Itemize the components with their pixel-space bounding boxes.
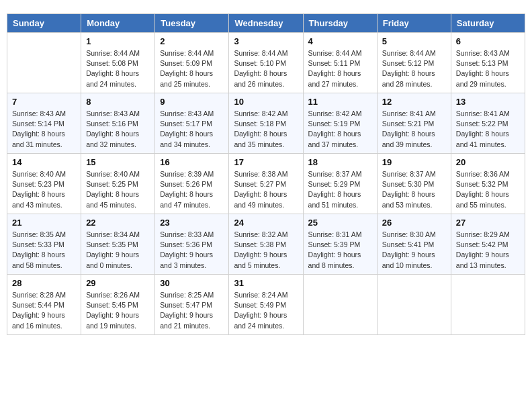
day-number: 4 <box>308 36 372 46</box>
day-number: 25 <box>308 218 372 228</box>
cell-details: Sunrise: 8:25 AMSunset: 5:47 PMDaylight:… <box>160 290 224 331</box>
day-number: 1 <box>86 36 150 46</box>
column-header-monday: Monday <box>81 14 155 33</box>
calendar-cell: 17Sunrise: 8:38 AMSunset: 5:27 PMDayligh… <box>229 154 303 214</box>
day-number: 26 <box>382 218 446 228</box>
week-row-4: 21Sunrise: 8:35 AMSunset: 5:33 PMDayligh… <box>7 214 525 275</box>
cell-details: Sunrise: 8:43 AMSunset: 5:13 PMDaylight:… <box>456 48 520 89</box>
week-row-3: 14Sunrise: 8:40 AMSunset: 5:23 PMDayligh… <box>7 154 525 214</box>
calendar-cell: 2Sunrise: 8:44 AMSunset: 5:09 PMDaylight… <box>155 33 229 93</box>
week-row-1: 1Sunrise: 8:44 AMSunset: 5:08 PMDaylight… <box>7 33 525 93</box>
calendar-cell: 21Sunrise: 8:35 AMSunset: 5:33 PMDayligh… <box>7 214 81 275</box>
day-number: 7 <box>12 97 76 107</box>
column-header-tuesday: Tuesday <box>155 14 229 33</box>
day-number: 9 <box>160 97 224 107</box>
cell-details: Sunrise: 8:40 AMSunset: 5:25 PMDaylight:… <box>86 169 150 210</box>
cell-details: Sunrise: 8:31 AMSunset: 5:39 PMDaylight:… <box>308 230 372 271</box>
day-number: 17 <box>234 157 298 167</box>
calendar-cell <box>7 33 81 93</box>
day-number: 31 <box>234 278 298 288</box>
day-number: 15 <box>86 157 150 167</box>
day-number: 14 <box>12 157 76 167</box>
day-number: 30 <box>160 278 224 288</box>
day-number: 20 <box>456 157 520 167</box>
calendar-cell: 13Sunrise: 8:41 AMSunset: 5:22 PMDayligh… <box>451 93 525 154</box>
week-row-5: 28Sunrise: 8:28 AMSunset: 5:44 PMDayligh… <box>7 275 525 335</box>
column-header-friday: Friday <box>377 14 451 33</box>
calendar-cell <box>451 275 525 335</box>
cell-details: Sunrise: 8:37 AMSunset: 5:30 PMDaylight:… <box>382 169 446 210</box>
cell-details: Sunrise: 8:33 AMSunset: 5:36 PMDaylight:… <box>160 230 224 271</box>
cell-details: Sunrise: 8:44 AMSunset: 5:11 PMDaylight:… <box>308 48 372 89</box>
cell-details: Sunrise: 8:36 AMSunset: 5:32 PMDaylight:… <box>456 169 520 210</box>
day-number: 13 <box>456 97 520 107</box>
calendar-cell: 1Sunrise: 8:44 AMSunset: 5:08 PMDaylight… <box>81 33 155 93</box>
day-number: 27 <box>456 218 520 228</box>
cell-details: Sunrise: 8:41 AMSunset: 5:21 PMDaylight:… <box>382 109 446 150</box>
calendar-cell: 23Sunrise: 8:33 AMSunset: 5:36 PMDayligh… <box>155 214 229 275</box>
day-number: 29 <box>86 278 150 288</box>
day-number: 23 <box>160 218 224 228</box>
cell-details: Sunrise: 8:44 AMSunset: 5:12 PMDaylight:… <box>382 48 446 89</box>
calendar-cell: 9Sunrise: 8:43 AMSunset: 5:17 PMDaylight… <box>155 93 229 154</box>
calendar-cell: 12Sunrise: 8:41 AMSunset: 5:21 PMDayligh… <box>377 93 451 154</box>
week-row-2: 7Sunrise: 8:43 AMSunset: 5:14 PMDaylight… <box>7 93 525 154</box>
calendar-cell: 30Sunrise: 8:25 AMSunset: 5:47 PMDayligh… <box>155 275 229 335</box>
day-number: 28 <box>12 278 76 288</box>
day-number: 3 <box>234 36 298 46</box>
calendar-cell: 16Sunrise: 8:39 AMSunset: 5:26 PMDayligh… <box>155 154 229 214</box>
calendar-cell: 8Sunrise: 8:43 AMSunset: 5:16 PMDaylight… <box>81 93 155 154</box>
calendar-cell: 10Sunrise: 8:42 AMSunset: 5:18 PMDayligh… <box>229 93 303 154</box>
calendar-cell: 14Sunrise: 8:40 AMSunset: 5:23 PMDayligh… <box>7 154 81 214</box>
day-number: 16 <box>160 157 224 167</box>
cell-details: Sunrise: 8:24 AMSunset: 5:49 PMDaylight:… <box>234 290 298 331</box>
calendar-cell: 3Sunrise: 8:44 AMSunset: 5:10 PMDaylight… <box>229 33 303 93</box>
day-number: 22 <box>86 218 150 228</box>
cell-details: Sunrise: 8:38 AMSunset: 5:27 PMDaylight:… <box>234 169 298 210</box>
cell-details: Sunrise: 8:37 AMSunset: 5:29 PMDaylight:… <box>308 169 372 210</box>
day-number: 24 <box>234 218 298 228</box>
calendar-cell: 31Sunrise: 8:24 AMSunset: 5:49 PMDayligh… <box>229 275 303 335</box>
cell-details: Sunrise: 8:42 AMSunset: 5:18 PMDaylight:… <box>234 109 298 150</box>
calendar-cell: 20Sunrise: 8:36 AMSunset: 5:32 PMDayligh… <box>451 154 525 214</box>
day-number: 6 <box>456 36 520 46</box>
day-number: 11 <box>308 97 372 107</box>
column-header-sunday: Sunday <box>7 14 81 33</box>
calendar-cell: 18Sunrise: 8:37 AMSunset: 5:29 PMDayligh… <box>303 154 377 214</box>
calendar-cell: 7Sunrise: 8:43 AMSunset: 5:14 PMDaylight… <box>7 93 81 154</box>
cell-details: Sunrise: 8:43 AMSunset: 5:14 PMDaylight:… <box>12 109 76 150</box>
day-number: 5 <box>382 36 446 46</box>
cell-details: Sunrise: 8:43 AMSunset: 5:17 PMDaylight:… <box>160 109 224 150</box>
cell-details: Sunrise: 8:35 AMSunset: 5:33 PMDaylight:… <box>12 230 76 271</box>
calendar-cell: 19Sunrise: 8:37 AMSunset: 5:30 PMDayligh… <box>377 154 451 214</box>
calendar-cell: 4Sunrise: 8:44 AMSunset: 5:11 PMDaylight… <box>303 33 377 93</box>
cell-details: Sunrise: 8:44 AMSunset: 5:10 PMDaylight:… <box>234 48 298 89</box>
cell-details: Sunrise: 8:26 AMSunset: 5:45 PMDaylight:… <box>86 290 150 331</box>
cell-details: Sunrise: 8:42 AMSunset: 5:19 PMDaylight:… <box>308 109 372 150</box>
cell-details: Sunrise: 8:44 AMSunset: 5:08 PMDaylight:… <box>86 48 150 89</box>
calendar-cell: 22Sunrise: 8:34 AMSunset: 5:35 PMDayligh… <box>81 214 155 275</box>
cell-details: Sunrise: 8:43 AMSunset: 5:16 PMDaylight:… <box>86 109 150 150</box>
day-number: 18 <box>308 157 372 167</box>
cell-details: Sunrise: 8:28 AMSunset: 5:44 PMDaylight:… <box>12 290 76 331</box>
page-header: General Blue <box>7 7 525 8</box>
cell-details: Sunrise: 8:30 AMSunset: 5:41 PMDaylight:… <box>382 230 446 271</box>
calendar-cell <box>377 275 451 335</box>
calendar-cell <box>303 275 377 335</box>
cell-details: Sunrise: 8:41 AMSunset: 5:22 PMDaylight:… <box>456 109 520 150</box>
calendar-header-row: SundayMondayTuesdayWednesdayThursdayFrid… <box>7 14 525 33</box>
cell-details: Sunrise: 8:29 AMSunset: 5:42 PMDaylight:… <box>456 230 520 271</box>
calendar-cell: 11Sunrise: 8:42 AMSunset: 5:19 PMDayligh… <box>303 93 377 154</box>
day-number: 2 <box>160 36 224 46</box>
column-header-saturday: Saturday <box>451 14 525 33</box>
cell-details: Sunrise: 8:39 AMSunset: 5:26 PMDaylight:… <box>160 169 224 210</box>
calendar-cell: 26Sunrise: 8:30 AMSunset: 5:41 PMDayligh… <box>377 214 451 275</box>
calendar-cell: 29Sunrise: 8:26 AMSunset: 5:45 PMDayligh… <box>81 275 155 335</box>
column-header-wednesday: Wednesday <box>229 14 303 33</box>
calendar-table: SundayMondayTuesdayWednesdayThursdayFrid… <box>7 13 525 335</box>
calendar-cell: 28Sunrise: 8:28 AMSunset: 5:44 PMDayligh… <box>7 275 81 335</box>
calendar-cell: 15Sunrise: 8:40 AMSunset: 5:25 PMDayligh… <box>81 154 155 214</box>
calendar-cell: 6Sunrise: 8:43 AMSunset: 5:13 PMDaylight… <box>451 33 525 93</box>
cell-details: Sunrise: 8:40 AMSunset: 5:23 PMDaylight:… <box>12 169 76 210</box>
cell-details: Sunrise: 8:44 AMSunset: 5:09 PMDaylight:… <box>160 48 224 89</box>
